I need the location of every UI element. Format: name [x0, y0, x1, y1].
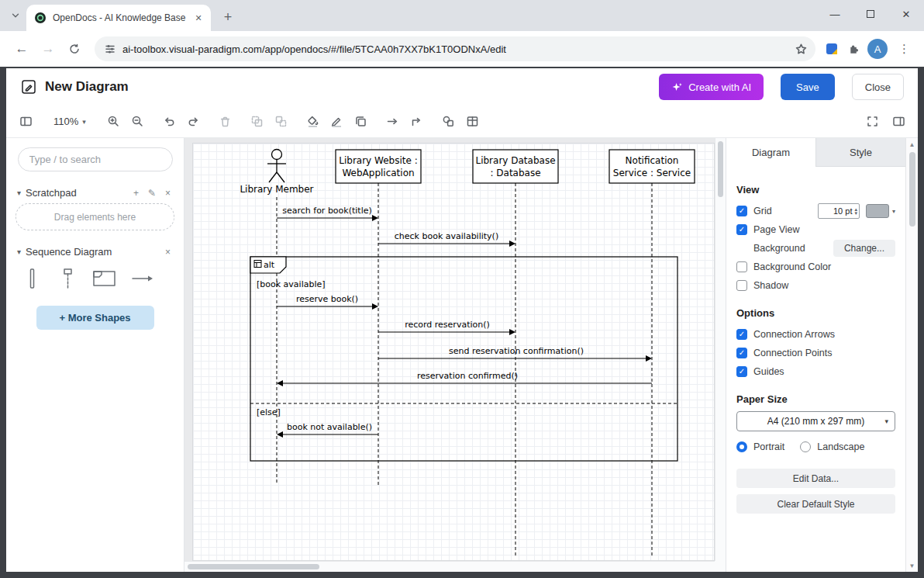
tab-close-icon[interactable]: ✕: [192, 12, 205, 24]
scrollbar-thumb[interactable]: [909, 152, 915, 227]
message-label: reservation confirmed(): [417, 371, 518, 381]
table-button[interactable]: [466, 115, 480, 129]
guides-checkbox[interactable]: [736, 366, 747, 377]
scratchpad-close-icon[interactable]: ×: [163, 188, 173, 199]
grid-checkbox[interactable]: [736, 206, 747, 216]
profile-avatar[interactable]: A: [867, 39, 888, 59]
shape-section-close-icon[interactable]: ×: [163, 247, 173, 258]
elbow-connector-button[interactable]: [410, 115, 424, 129]
zoom-level-value: 110%: [53, 116, 78, 127]
shadow-checkbox[interactable]: [736, 280, 747, 291]
background-change-button[interactable]: Change...: [833, 240, 895, 257]
actor-library-member[interactable]: [267, 150, 286, 183]
minimize-button[interactable]: —: [817, 0, 853, 28]
zoom-level-select[interactable]: 110% ▾: [50, 116, 89, 127]
grid-color-swatch[interactable]: [866, 204, 889, 218]
duplicate-button[interactable]: [354, 115, 368, 129]
message-shape-thumb[interactable]: [130, 267, 155, 290]
activation-shape-thumb[interactable]: [20, 267, 43, 290]
browser-menu-icon[interactable]: ⋮: [895, 42, 913, 56]
collapse-caret-icon[interactable]: ▾: [17, 247, 21, 256]
chevron-down-icon[interactable]: ▾: [892, 208, 895, 215]
guides-label: Guides: [753, 366, 784, 377]
connection-arrows-label: Connection Arrows: [753, 329, 835, 340]
edit-data-button[interactable]: Edit Data...: [736, 469, 895, 488]
extension-colored-icon[interactable]: [825, 42, 839, 56]
clear-default-style-button[interactable]: Clear Default Style: [736, 494, 895, 514]
tab-diagram[interactable]: Diagram: [726, 138, 815, 167]
toggle-right-panel-button[interactable]: [891, 115, 905, 129]
refresh-button[interactable]: [64, 38, 85, 60]
url-input[interactable]: ai-toolbox.visual-paradigm.com/app/opend…: [95, 36, 815, 61]
spinner-icons[interactable]: ▴▾: [854, 207, 857, 215]
shadow-label: Shadow: [753, 280, 788, 291]
opendocs-app: New Diagram Create with AI Save Close 11…: [6, 68, 918, 572]
grid-size-input[interactable]: 10 pt ▴▾: [818, 203, 860, 219]
browser-toolbar: ← → ai-toolbox.visual-paradigm.com/app/o…: [0, 31, 924, 67]
browser-action-icons: A ⋮: [825, 39, 913, 59]
participant-label: Service : Service: [613, 168, 691, 178]
app-vertical-scrollbar[interactable]: ▲ ▼: [905, 138, 918, 572]
participant-label: WebApplication: [342, 168, 414, 178]
forward-button[interactable]: →: [37, 38, 59, 60]
scroll-down-icon[interactable]: ▼: [906, 559, 919, 572]
scrollbar-thumb[interactable]: [718, 141, 723, 197]
canvas-vertical-scrollbar[interactable]: [715, 138, 726, 561]
maximize-button[interactable]: [853, 0, 888, 28]
page-view-row: Page View: [736, 220, 895, 239]
bookmark-star-icon[interactable]: [795, 43, 808, 56]
fill-color-button[interactable]: [306, 115, 320, 129]
close-button[interactable]: Close: [852, 74, 904, 100]
zoom-in-button[interactable]: [107, 115, 121, 129]
connection-points-label: Connection Points: [753, 348, 832, 358]
ungroup-button[interactable]: [274, 115, 288, 129]
paper-size-value: A4 (210 mm x 297 mm): [767, 416, 864, 427]
scratchpad-add-icon[interactable]: +: [131, 188, 141, 199]
scrollbar-thumb[interactable]: [188, 564, 319, 569]
create-with-ai-button[interactable]: Create with AI: [659, 74, 764, 100]
page-view-checkbox[interactable]: [736, 224, 747, 235]
zoom-out-button[interactable]: [131, 115, 145, 129]
background-color-checkbox[interactable]: [736, 261, 747, 272]
paper-size-select[interactable]: A4 (210 mm x 297 mm) ▾: [736, 411, 895, 431]
tab-title: OpenDocs - AI Knowledge Base: [53, 12, 186, 23]
shapes-button[interactable]: [442, 115, 456, 129]
portrait-radio[interactable]: [736, 441, 747, 452]
browser-tab[interactable]: OpenDocs - AI Knowledge Base ✕: [26, 5, 211, 31]
collapse-caret-icon[interactable]: ▾: [17, 189, 21, 197]
create-with-ai-label: Create with AI: [688, 81, 751, 93]
maximize-icon: [867, 10, 874, 18]
canvas-horizontal-scrollbar[interactable]: [184, 561, 715, 572]
scratchpad-edit-icon[interactable]: ✎: [146, 188, 158, 199]
close-window-button[interactable]: ✕: [888, 0, 924, 28]
grid-size-value: 10 pt: [822, 206, 854, 216]
delete-button[interactable]: [219, 115, 233, 129]
undo-button[interactable]: [163, 115, 177, 129]
fullscreen-button[interactable]: [865, 115, 879, 129]
line-color-button[interactable]: [330, 115, 344, 129]
straight-connector-button[interactable]: [386, 115, 400, 129]
more-shapes-button[interactable]: + More Shapes: [36, 306, 154, 330]
toggle-left-panel-button[interactable]: [19, 115, 33, 129]
extensions-puzzle-icon[interactable]: [846, 43, 860, 56]
back-button[interactable]: ←: [11, 38, 33, 60]
diagram-canvas[interactable]: Library Member Library Website : WebAppl…: [184, 138, 726, 572]
group-button[interactable]: [250, 115, 264, 129]
connection-points-checkbox[interactable]: [736, 348, 747, 358]
tab-search-chevron-icon[interactable]: [8, 8, 23, 23]
tab-style[interactable]: Style: [815, 138, 905, 167]
search-input[interactable]: [18, 147, 173, 171]
background-color-label: Background Color: [753, 261, 831, 272]
url-text[interactable]: ai-toolbox.visual-paradigm.com/app/opend…: [122, 43, 788, 55]
frame-shape-thumb[interactable]: [91, 267, 118, 290]
new-tab-button[interactable]: +: [217, 6, 239, 28]
save-button[interactable]: Save: [781, 74, 835, 100]
redo-button[interactable]: [187, 115, 201, 129]
lifeline-shape-thumb[interactable]: [56, 267, 79, 290]
scratchpad-dropzone[interactable]: Drag elements here: [16, 203, 174, 230]
landscape-radio[interactable]: [800, 441, 811, 452]
site-info-icon[interactable]: [104, 43, 116, 55]
scrollbar-corner: [715, 561, 726, 572]
scroll-up-icon[interactable]: ▲: [906, 138, 919, 151]
connection-arrows-checkbox[interactable]: [736, 329, 747, 340]
